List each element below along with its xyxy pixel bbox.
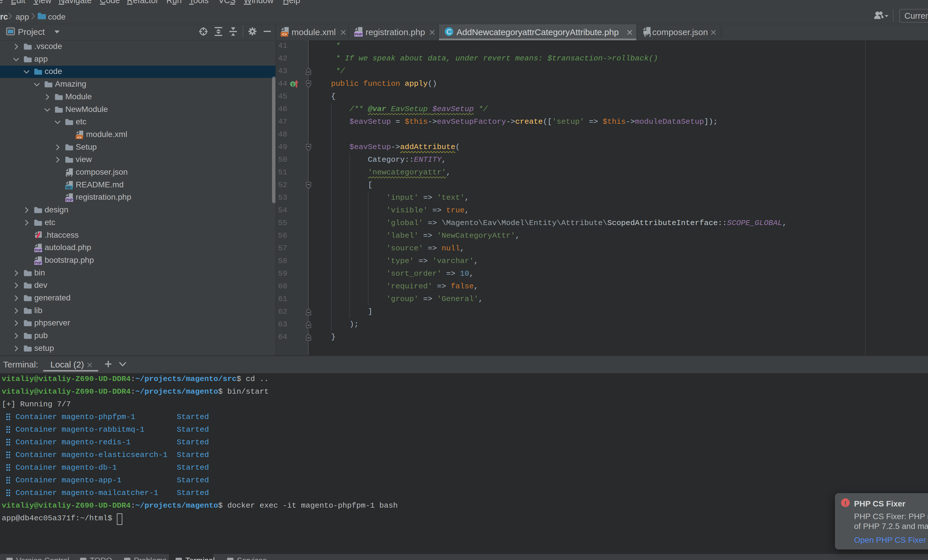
svg-text:MD: MD	[66, 186, 72, 189]
svg-text:<>: <>	[282, 32, 287, 37]
svg-text:}: }	[70, 172, 73, 177]
svg-text:PHP: PHP	[355, 32, 362, 37]
svg-text:PHP: PHP	[66, 198, 73, 202]
svg-text:PHP: PHP	[35, 248, 42, 252]
svg-text:PHP: PHP	[35, 261, 42, 265]
svg-text:I: I	[292, 82, 294, 87]
svg-text:<>: <>	[77, 135, 82, 139]
svg-text:{: {	[643, 31, 647, 37]
svg-text:}: }	[648, 31, 652, 37]
svg-text:C: C	[446, 28, 451, 36]
